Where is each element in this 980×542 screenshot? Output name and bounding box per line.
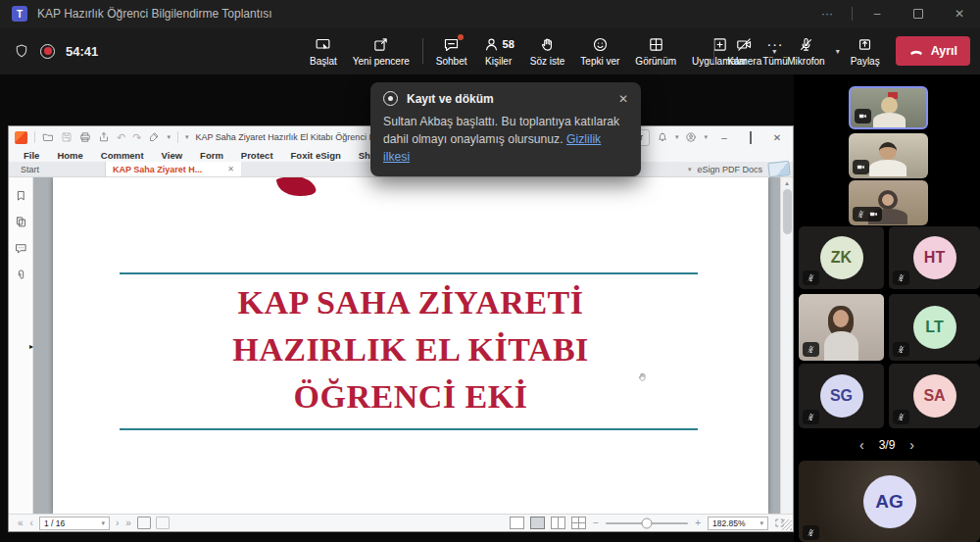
camera-chevron-icon[interactable]: ▾ xyxy=(769,47,779,56)
sign-pen-icon[interactable] xyxy=(148,131,160,143)
attachments-panel-icon[interactable] xyxy=(15,269,27,281)
participant-tile-sa[interactable]: SA xyxy=(889,364,980,428)
toast-close-icon[interactable]: ✕ xyxy=(618,92,628,106)
participant-tile-ht[interactable]: HT xyxy=(889,226,980,289)
last-page-icon[interactable]: » xyxy=(124,517,132,528)
vertical-scrollbar[interactable]: ▴ xyxy=(780,177,793,514)
bell-chevron-icon[interactable]: ▾ xyxy=(675,133,679,141)
zoom-slider[interactable] xyxy=(606,522,688,524)
avatar: SA xyxy=(913,374,956,418)
people-icon xyxy=(483,36,500,53)
tab-start[interactable]: Start xyxy=(9,162,106,176)
participant-tile-sg[interactable]: SG xyxy=(799,364,884,428)
tab-list-chevron-icon[interactable]: ▾ xyxy=(688,166,692,173)
mic-chevron-icon[interactable]: ▾ xyxy=(833,47,843,56)
pages-panel-icon[interactable] xyxy=(15,216,27,228)
share-screen-icon xyxy=(315,36,331,53)
close-icon[interactable]: ✕ xyxy=(939,0,980,27)
pen-dropdown-icon[interactable]: ▾ xyxy=(167,133,171,141)
zoom-in-icon[interactable]: + xyxy=(694,517,702,528)
teams-meeting-window: T KAP Hazırlık Öğrenci Bilgilendirme Top… xyxy=(0,0,980,542)
participant-tile-zk[interactable]: ZK xyxy=(799,226,884,289)
shield-icon xyxy=(14,43,29,59)
comments-panel-icon[interactable] xyxy=(15,242,27,255)
pdf-close-icon[interactable]: ✕ xyxy=(767,132,787,143)
fit-page-view-icon[interactable] xyxy=(530,517,545,529)
print-icon[interactable] xyxy=(79,131,91,143)
bookmarks-panel-icon[interactable] xyxy=(15,189,27,202)
video-tile-speaker-3[interactable] xyxy=(849,180,928,225)
new-window-button[interactable]: Yeni pencere xyxy=(345,36,417,67)
menu-comment[interactable]: Comment xyxy=(92,150,153,161)
redo-icon[interactable]: ↷ xyxy=(132,132,141,143)
share-screen-button[interactable]: Başlat xyxy=(302,36,345,67)
react-button[interactable]: Tepki ver xyxy=(572,36,627,67)
zoom-level-input[interactable]: 182.85% ▾ xyxy=(708,517,768,530)
account-icon[interactable] xyxy=(685,131,697,143)
video-on-icon xyxy=(858,112,867,121)
zoom-slider-knob[interactable] xyxy=(642,517,653,528)
leave-button[interactable]: Ayrıl xyxy=(896,36,970,66)
tab-close-icon[interactable]: ✕ xyxy=(227,165,234,173)
mic-muted-icon xyxy=(897,413,906,421)
menu-file[interactable]: File xyxy=(15,150,48,161)
pagination-next-icon[interactable]: › xyxy=(909,437,914,453)
titlebar-more-icon[interactable]: ··· xyxy=(807,0,848,27)
account-chevron-icon[interactable]: ▾ xyxy=(704,133,708,141)
undo-icon[interactable]: ↶ xyxy=(117,132,125,143)
title-rule-bottom xyxy=(120,428,698,430)
pdf-maximize-icon[interactable] xyxy=(741,132,760,143)
menu-foxit-esign[interactable]: Foxit eSign xyxy=(282,150,350,161)
esign-docs-icon[interactable] xyxy=(767,161,790,177)
toolbar-collapse-icon[interactable]: ▾ xyxy=(185,133,189,141)
participant-tile-ag[interactable]: AG xyxy=(799,461,980,542)
prev-page-icon[interactable]: ‹ xyxy=(29,517,34,528)
two-page-view-icon[interactable] xyxy=(551,517,565,529)
teams-titlebar: T KAP Hazırlık Öğrenci Bilgilendirme Top… xyxy=(0,0,980,27)
participant-tile-video[interactable] xyxy=(799,294,884,361)
notifications-bell-icon[interactable] xyxy=(657,131,668,143)
page-dropdown-icon: ▾ xyxy=(101,519,105,527)
raise-hand-button[interactable]: Söz iste xyxy=(522,36,573,67)
video-tile-speaker-1[interactable] xyxy=(849,86,928,129)
device-controls: Kamera ▾ Mikrofon ▾ Paylaş Ayrıl xyxy=(709,27,970,74)
first-page-icon[interactable]: « xyxy=(17,517,24,528)
mic-off-icon xyxy=(798,36,814,53)
mic-button[interactable]: Mikrofon xyxy=(779,36,832,67)
page-number-input[interactable]: 1 / 16 ▾ xyxy=(39,517,110,530)
menu-protect[interactable]: Protect xyxy=(232,150,282,161)
chat-button[interactable]: Sohbet xyxy=(428,36,475,67)
minimize-icon[interactable]: – xyxy=(857,0,898,27)
export-icon[interactable] xyxy=(98,131,110,143)
scrollbar-thumb[interactable] xyxy=(783,189,792,234)
maximize-icon[interactable] xyxy=(898,0,939,27)
snapshot-icon[interactable] xyxy=(137,517,151,529)
view-button[interactable]: Görünüm xyxy=(627,36,684,67)
tab-document[interactable]: KAP Saha Ziyaret H... ✕ xyxy=(106,162,241,176)
people-button[interactable]: 58 Kişiler xyxy=(475,36,522,67)
menu-form[interactable]: Form xyxy=(191,150,232,161)
esign-docs-label[interactable]: eSign PDF Docs xyxy=(697,165,762,174)
scroll-up-icon[interactable]: ▴ xyxy=(785,177,789,186)
pdf-minimize-icon[interactable]: – xyxy=(714,132,734,143)
next-page-icon[interactable]: › xyxy=(115,517,120,528)
camera-off-icon xyxy=(736,36,753,53)
resize-grip[interactable] xyxy=(781,519,792,530)
menu-view[interactable]: View xyxy=(153,150,191,161)
video-status-badge xyxy=(855,109,871,123)
share-button[interactable]: Paylaş xyxy=(843,36,888,67)
pagination-prev-icon[interactable]: ‹ xyxy=(859,437,864,453)
save-icon[interactable] xyxy=(61,131,73,143)
react-label: Tepki ver xyxy=(580,56,619,67)
menu-home[interactable]: Home xyxy=(48,150,91,161)
participant-video-body xyxy=(873,113,906,128)
participant-tile-lt[interactable]: LT xyxy=(889,294,980,361)
clipboard-icon[interactable] xyxy=(156,517,170,529)
zoom-out-icon[interactable]: − xyxy=(592,517,600,528)
single-page-view-icon[interactable] xyxy=(510,517,524,529)
video-tile-speaker-2[interactable] xyxy=(849,133,928,178)
participants-pagination: ‹ 3/9 › xyxy=(794,437,980,453)
camera-button[interactable]: Kamera xyxy=(719,36,769,67)
four-page-view-icon[interactable] xyxy=(571,517,586,529)
open-file-icon[interactable] xyxy=(42,131,54,143)
